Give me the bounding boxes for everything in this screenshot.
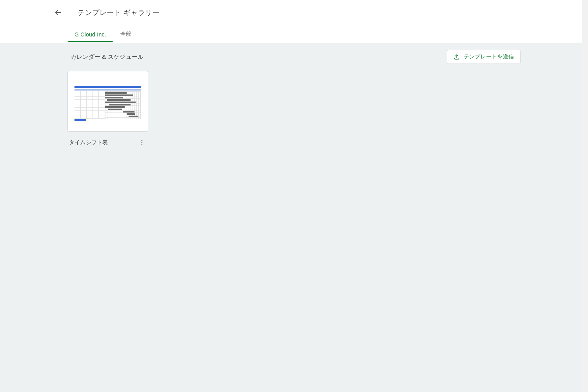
header-top: テンプレート ギャラリー (0, 0, 588, 25)
svg-point-3 (142, 142, 143, 143)
more-vert-icon (138, 139, 145, 146)
back-button[interactable] (50, 5, 66, 20)
upload-icon (454, 54, 460, 60)
tab-general[interactable]: 全般 (113, 27, 139, 42)
template-title: タイムシフト表 (69, 139, 108, 146)
template-card-footer: タイムシフト表 (67, 132, 148, 148)
scrollbar[interactable] (582, 0, 588, 392)
svg-point-2 (142, 140, 143, 141)
thumbnail-preview (74, 82, 141, 121)
svg-point-4 (142, 144, 143, 145)
submit-template-button[interactable]: テンプレートを送信 (447, 50, 521, 64)
template-thumbnail[interactable] (67, 71, 148, 132)
header: テンプレート ギャラリー G Cloud Inc. 全般 (0, 0, 588, 43)
page-title: テンプレート ギャラリー (78, 8, 160, 17)
template-more-button[interactable] (136, 137, 147, 148)
section-title: カレンダー & スケジュール (67, 53, 143, 61)
template-cards: タイムシフト表 (67, 71, 521, 148)
tabs: G Cloud Inc. 全般 (0, 25, 588, 42)
section-header: カレンダー & スケジュール テンプレートを送信 (67, 50, 521, 64)
submit-template-label: テンプレートを送信 (464, 53, 514, 60)
arrow-left-icon (54, 8, 62, 17)
tab-org[interactable]: G Cloud Inc. (67, 27, 113, 42)
content: カレンダー & スケジュール テンプレートを送信 (0, 43, 588, 392)
template-card: タイムシフト表 (67, 71, 148, 148)
